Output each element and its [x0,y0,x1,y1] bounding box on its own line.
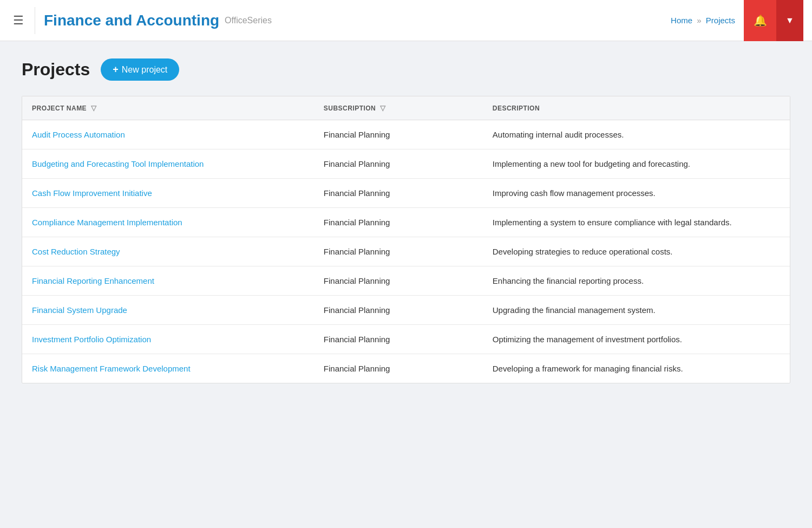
col-label-description: DESCRIPTION [493,105,540,112]
description-cell: Developing a framework for managing fina… [483,354,790,383]
description-cell: Implementing a system to ensure complian… [483,208,790,237]
table-row: Budgeting and Forecasting Tool Implement… [22,149,790,179]
new-project-button[interactable]: + New project [101,58,179,81]
project-name-link[interactable]: Financial Reporting Enhancement [32,276,154,285]
subscription-cell: Financial Planning [314,120,483,149]
user-dropdown-button[interactable]: ▼ [776,0,803,41]
col-header-project-name: PROJECT NAME ▽ [22,96,314,120]
project-name-link[interactable]: Compliance Management Implementation [32,218,182,227]
page-title: Projects [22,60,90,80]
subscription-cell: Financial Planning [314,354,483,383]
col-label-subscription: SUBSCRIPTION [324,105,376,112]
col-header-subscription: SUBSCRIPTION ▽ [314,96,483,120]
projects-table: PROJECT NAME ▽ SUBSCRIPTION ▽ DESCRIPTIO… [22,96,790,383]
app-subtitle: OfficeSeries [225,16,272,25]
description-cell: Implementing a new tool for budgeting an… [483,149,790,179]
table-row: Compliance Management ImplementationFina… [22,208,790,237]
project-name-link[interactable]: Cost Reduction Strategy [32,247,120,256]
header-divider [35,7,35,34]
description-cell: Automating internal audit processes. [483,120,790,149]
description-cell: Upgrading the financial management syste… [483,296,790,325]
app-title: Finance and Accounting [44,12,219,29]
project-name-link[interactable]: Audit Process Automation [32,130,125,139]
project-name-link[interactable]: Financial System Upgrade [32,305,127,315]
table-row: Financial System UpgradeFinancial Planni… [22,296,790,325]
notification-bell-button[interactable]: 🔔 [744,0,776,41]
project-name-link[interactable]: Investment Portfolio Optimization [32,335,151,344]
filter-icon-subscription[interactable]: ▽ [380,104,385,112]
table-row: Cash Flow Improvement InitiativeFinancia… [22,179,790,208]
subscription-cell: Financial Planning [314,296,483,325]
project-name-link[interactable]: Cash Flow Improvement Initiative [32,188,152,198]
subscription-cell: Financial Planning [314,266,483,296]
breadcrumb-home[interactable]: Home [671,16,692,25]
page-header: Projects + New project [22,58,790,81]
filter-icon-project[interactable]: ▽ [91,104,96,112]
subscription-cell: Financial Planning [314,237,483,266]
main-content: Projects + New project PROJECT NAME ▽ [0,41,812,528]
project-name-link[interactable]: Budgeting and Forecasting Tool Implement… [32,159,204,168]
description-cell: Optimizing the management of investment … [483,325,790,354]
header: ☰ Finance and Accounting OfficeSeries Ho… [0,0,812,41]
new-project-label: New project [122,65,167,75]
description-cell: Enhancing the financial reporting proces… [483,266,790,296]
menu-button[interactable]: ☰ [9,9,28,32]
dropdown-icon: ▼ [785,16,794,25]
table-row: Investment Portfolio OptimizationFinanci… [22,325,790,354]
table-row: Financial Reporting EnhancementFinancial… [22,266,790,296]
table-row: Cost Reduction StrategyFinancial Plannin… [22,237,790,266]
description-cell: Developing strategies to reduce operatio… [483,237,790,266]
projects-table-container: PROJECT NAME ▽ SUBSCRIPTION ▽ DESCRIPTIO… [22,96,790,383]
project-name-link[interactable]: Risk Management Framework Development [32,364,191,373]
subscription-cell: Financial Planning [314,179,483,208]
subscription-cell: Financial Planning [314,208,483,237]
plus-icon: + [113,64,119,75]
subscription-cell: Financial Planning [314,325,483,354]
header-actions: 🔔 ▼ [744,0,803,41]
description-cell: Improving cash flow management processes… [483,179,790,208]
breadcrumb-separator: » [697,16,701,25]
bell-icon: 🔔 [754,14,767,27]
col-header-description: DESCRIPTION [483,96,790,120]
table-row: Audit Process AutomationFinancial Planni… [22,120,790,149]
table-row: Risk Management Framework DevelopmentFin… [22,354,790,383]
table-header-row: PROJECT NAME ▽ SUBSCRIPTION ▽ DESCRIPTIO… [22,96,790,120]
breadcrumb: Home » Projects [671,16,735,25]
col-label-project-name: PROJECT NAME [32,105,87,112]
breadcrumb-current: Projects [706,16,735,25]
subscription-cell: Financial Planning [314,149,483,179]
